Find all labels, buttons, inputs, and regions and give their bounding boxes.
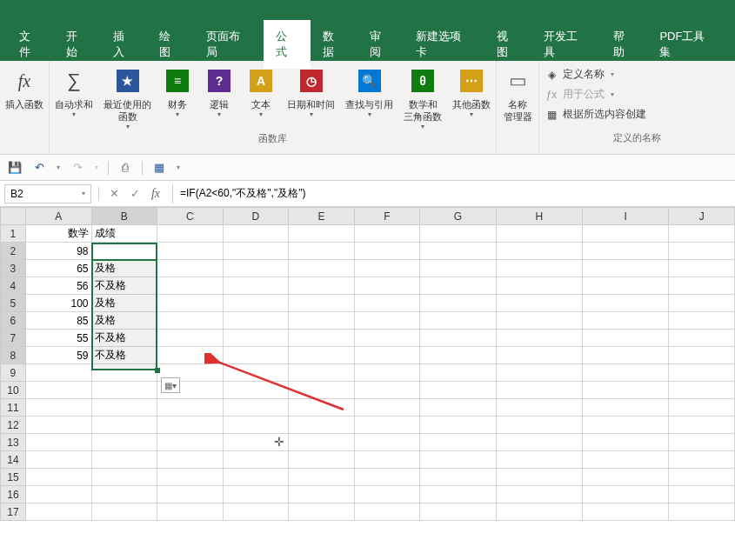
autofill-options-button[interactable]: ▦▾ (161, 377, 180, 393)
cell[interactable] (669, 486, 735, 503)
name-manager-button[interactable]: ▭ 名称 管理器 (497, 63, 538, 123)
cell[interactable] (669, 225, 735, 243)
cell[interactable] (496, 312, 582, 330)
cell[interactable]: 不及格 (91, 330, 157, 347)
cell[interactable] (223, 364, 289, 382)
cell[interactable]: 85 (25, 312, 91, 330)
cell[interactable] (25, 486, 91, 503)
cell[interactable] (420, 364, 496, 382)
col-header-F[interactable]: F (354, 208, 420, 225)
cell[interactable] (583, 503, 669, 521)
col-header-G[interactable]: G (420, 208, 496, 225)
financial-button[interactable]: ≡ 财务 ▾ (157, 63, 198, 130)
cell[interactable] (157, 417, 224, 434)
cell[interactable] (223, 277, 289, 295)
cell[interactable] (157, 277, 224, 295)
col-header-I[interactable]: I (583, 208, 669, 225)
cell[interactable]: 成绩 (91, 225, 157, 243)
cell[interactable] (289, 260, 355, 277)
cell[interactable] (289, 469, 355, 486)
cell[interactable] (669, 434, 735, 451)
cell[interactable] (157, 451, 224, 469)
row-header[interactable]: 12 (1, 417, 26, 434)
cell[interactable] (669, 399, 735, 417)
cell[interactable] (669, 243, 735, 260)
cell[interactable] (223, 347, 289, 364)
redo-button[interactable]: ↷ (68, 158, 87, 177)
cell[interactable] (157, 225, 224, 243)
cell[interactable] (25, 434, 91, 451)
cell[interactable] (420, 277, 496, 295)
cell[interactable] (496, 417, 582, 434)
cell[interactable] (354, 277, 420, 295)
cell[interactable] (420, 243, 496, 260)
cell[interactable] (25, 469, 91, 486)
formula-input[interactable] (172, 184, 735, 203)
cell[interactable] (583, 364, 669, 382)
cell[interactable] (420, 295, 496, 312)
cell[interactable] (223, 469, 289, 486)
cell[interactable] (91, 469, 157, 486)
cell[interactable] (669, 417, 735, 434)
cell[interactable] (669, 469, 735, 486)
cell[interactable] (583, 347, 669, 364)
cell[interactable] (223, 225, 289, 243)
save-button[interactable]: 💾 (5, 158, 24, 177)
cell[interactable] (583, 417, 669, 434)
col-header-D[interactable]: D (223, 208, 289, 225)
cell[interactable] (496, 382, 582, 399)
cell[interactable] (420, 451, 496, 469)
cell[interactable] (91, 486, 157, 503)
cell[interactable] (223, 382, 289, 399)
print-preview-button[interactable]: ⎙ (116, 158, 135, 177)
math-button[interactable]: θ 数学和 三角函数 ▾ (398, 63, 447, 130)
recent-functions-button[interactable]: ★ 最近使用的 函数 ▾ (98, 63, 157, 130)
cell[interactable] (496, 277, 582, 295)
cell[interactable] (496, 434, 582, 451)
cell[interactable] (289, 434, 355, 451)
row-header[interactable]: 16 (1, 486, 26, 503)
cell[interactable]: 不及格 (91, 277, 157, 295)
undo-button[interactable]: ↶ (30, 158, 49, 177)
cell[interactable] (354, 364, 420, 382)
cell[interactable] (583, 434, 669, 451)
cell[interactable] (583, 486, 669, 503)
cell[interactable] (420, 225, 496, 243)
cell[interactable] (157, 434, 224, 451)
row-header[interactable]: 4 (1, 277, 26, 295)
cell[interactable] (420, 503, 496, 521)
cell[interactable] (157, 486, 224, 503)
logic-button[interactable]: ? 逻辑 ▾ (198, 63, 240, 130)
cell[interactable] (25, 451, 91, 469)
cell[interactable] (25, 417, 91, 434)
cell[interactable] (496, 330, 582, 347)
cell[interactable] (157, 347, 224, 364)
cell[interactable]: 100 (25, 295, 91, 312)
cell[interactable]: 及格 (91, 243, 157, 260)
define-name-button[interactable]: ◈ 定义名称 ▾ (545, 64, 730, 84)
cell[interactable] (583, 243, 669, 260)
cell[interactable] (91, 503, 157, 521)
fill-handle[interactable] (155, 368, 160, 373)
cell[interactable] (354, 347, 420, 364)
cell[interactable] (354, 225, 420, 243)
cell[interactable] (289, 295, 355, 312)
row-header[interactable]: 11 (1, 399, 26, 417)
row-header[interactable]: 1 (1, 225, 26, 243)
col-header-E[interactable]: E (289, 208, 355, 225)
cancel-formula-button[interactable]: ✕ (104, 184, 124, 203)
cell[interactable] (157, 469, 224, 486)
cell[interactable] (91, 382, 157, 399)
cell[interactable]: 65 (25, 260, 91, 277)
cell[interactable] (669, 312, 735, 330)
cell[interactable] (354, 399, 420, 417)
cell[interactable] (420, 399, 496, 417)
cell[interactable] (289, 451, 355, 469)
row-header[interactable]: 14 (1, 451, 26, 469)
cell[interactable] (420, 312, 496, 330)
datetime-button[interactable]: ◷ 日期和时间 ▾ (282, 63, 340, 130)
cell[interactable] (25, 364, 91, 382)
autosum-button[interactable]: ∑ 自动求和 ▾ (50, 63, 98, 130)
cell[interactable] (223, 417, 289, 434)
cell[interactable]: 及格 (91, 312, 157, 330)
